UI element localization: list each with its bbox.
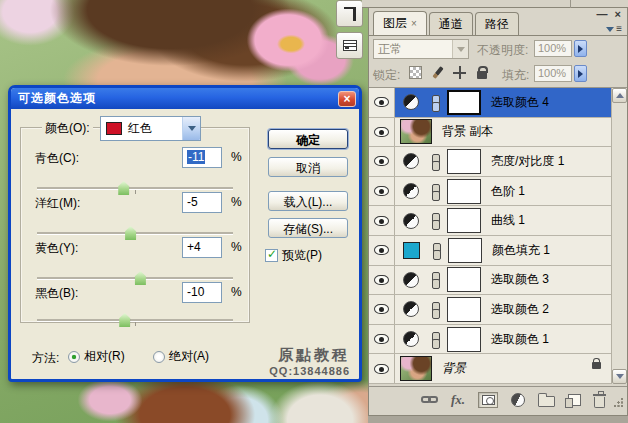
layers-scrollbar[interactable] [611, 88, 627, 384]
layer-name[interactable]: 背景 副本 [442, 123, 493, 140]
scroll-up-button[interactable] [612, 88, 627, 103]
adjustment-layer-icon[interactable] [403, 94, 419, 110]
lock-transparency-icon[interactable] [409, 66, 422, 79]
dropdown-arrow-button[interactable] [452, 40, 468, 58]
mask-link-icon[interactable] [431, 332, 439, 347]
black-input[interactable]: -10 [182, 282, 222, 303]
layer-name[interactable]: 选取颜色 4 [491, 94, 549, 111]
tab-channels[interactable]: 通道 [429, 12, 473, 35]
layer-name[interactable]: 选取颜色 1 [491, 331, 549, 348]
new-group-icon[interactable] [538, 396, 555, 407]
method-absolute-option[interactable]: 绝对(A) [153, 348, 209, 365]
radio-selected-icon[interactable] [68, 351, 80, 363]
save-button[interactable]: 存储(S)... [268, 218, 348, 238]
layer-row[interactable]: 背景 [369, 354, 611, 384]
layer-mask-thumbnail[interactable] [447, 90, 481, 115]
cyan-input[interactable]: -11 [182, 147, 222, 168]
layer-thumbnail[interactable] [400, 119, 432, 144]
visibility-cell[interactable] [369, 177, 395, 206]
cyan-slider-thumb[interactable] [118, 181, 129, 195]
eye-icon[interactable] [374, 186, 389, 196]
visibility-cell[interactable] [369, 266, 395, 295]
adjustment-layer-icon[interactable] [403, 301, 419, 317]
black-slider[interactable] [37, 313, 233, 327]
visibility-cell[interactable] [369, 325, 395, 354]
blend-mode-dropdown[interactable]: 正常 [373, 39, 469, 59]
mask-link-icon[interactable] [431, 95, 439, 110]
slider-track[interactable] [37, 187, 233, 189]
new-adjustment-layer-icon[interactable] [511, 393, 525, 407]
eye-icon[interactable] [374, 275, 389, 285]
lock-all-icon[interactable] [477, 71, 487, 79]
layer-name[interactable]: 背景 [442, 360, 466, 377]
layer-mask-thumbnail[interactable] [447, 208, 481, 233]
preview-checkbox-row[interactable]: 预览(P) [265, 247, 322, 264]
layer-mask-thumbnail[interactable] [447, 327, 481, 352]
layer-name[interactable]: 选取颜色 2 [491, 301, 549, 318]
adjustment-layer-icon[interactable] [403, 272, 419, 288]
link-layers-icon[interactable] [421, 396, 438, 403]
tab-layers[interactable]: 图层× [373, 11, 427, 35]
layer-mask-thumbnail[interactable] [447, 149, 481, 174]
fill-value[interactable]: 100% [534, 65, 572, 82]
radio-unselected-icon[interactable] [153, 351, 165, 363]
layer-mask-thumbnail[interactable] [448, 238, 482, 263]
adjustment-layer-icon[interactable] [403, 183, 419, 199]
eye-icon[interactable] [374, 216, 389, 226]
opacity-slider-button[interactable] [574, 40, 587, 57]
adjustment-layer-icon[interactable] [403, 331, 419, 347]
layer-name[interactable]: 选取颜色 3 [491, 271, 549, 288]
layer-row[interactable]: 背景 副本 [369, 118, 611, 148]
mask-link-icon[interactable] [431, 302, 439, 317]
scroll-down-button[interactable] [612, 369, 627, 384]
layer-name[interactable]: 颜色填充 1 [492, 242, 550, 259]
layer-name[interactable]: 色阶 1 [491, 183, 525, 200]
layer-row[interactable]: 选取颜色 4 [369, 88, 611, 118]
eye-icon[interactable] [374, 127, 389, 137]
magenta-slider-thumb[interactable] [125, 226, 136, 240]
eye-icon[interactable] [374, 364, 389, 374]
method-relative-option[interactable]: 相对(R) [68, 348, 125, 365]
adjustment-layer-icon[interactable] [403, 213, 419, 229]
dock-panel-button[interactable] [336, 0, 363, 27]
eye-icon[interactable] [374, 97, 389, 107]
eye-icon[interactable] [374, 245, 389, 255]
fill-slider-button[interactable] [574, 65, 587, 82]
panel-menu-button[interactable]: ≡ [606, 25, 622, 33]
color-dropdown[interactable]: 红色 [100, 116, 201, 141]
visibility-cell[interactable] [369, 118, 395, 147]
tab-paths[interactable]: 路径 [475, 12, 519, 35]
slider-track[interactable] [37, 319, 233, 321]
black-slider-thumb[interactable] [119, 313, 130, 327]
layer-style-fx-icon[interactable]: fx. [451, 392, 465, 408]
lock-position-move-icon[interactable] [453, 66, 466, 79]
magenta-input[interactable]: -5 [182, 192, 222, 213]
visibility-cell[interactable] [369, 236, 395, 265]
layer-row[interactable]: 选取颜色 3 [369, 266, 611, 296]
layer-name[interactable]: 亮度/对比度 1 [491, 153, 564, 170]
layer-mask-thumbnail[interactable] [447, 179, 481, 204]
adjustment-layer-icon[interactable] [403, 153, 419, 169]
new-layer-icon[interactable] [568, 394, 581, 406]
layer-name[interactable]: 曲线 1 [491, 212, 525, 229]
lock-pixels-brush-icon[interactable] [432, 66, 443, 79]
mask-link-icon[interactable] [431, 213, 439, 228]
load-button[interactable]: 载入(L)... [268, 191, 348, 211]
visibility-cell[interactable] [369, 295, 395, 324]
add-layer-mask-icon[interactable] [478, 392, 498, 408]
mask-link-icon[interactable] [431, 272, 439, 287]
preview-checkbox[interactable] [265, 249, 278, 262]
eye-icon[interactable] [374, 304, 389, 314]
eye-icon[interactable] [374, 156, 389, 166]
cancel-button[interactable]: 取消 [268, 157, 348, 177]
layer-row[interactable]: 亮度/对比度 1 [369, 147, 611, 177]
layer-row[interactable]: 选取颜色 1 [369, 325, 611, 355]
layer-row[interactable]: 颜色填充 1 [369, 236, 611, 266]
visibility-cell[interactable] [369, 88, 395, 117]
layer-row[interactable]: 色阶 1 [369, 177, 611, 207]
yellow-input[interactable]: +4 [182, 237, 222, 258]
visibility-cell[interactable] [369, 147, 395, 176]
layer-row[interactable]: 曲线 1 [369, 206, 611, 236]
panel-close-button[interactable]: × [615, 9, 621, 19]
panel-resize-grip[interactable] [613, 397, 624, 408]
